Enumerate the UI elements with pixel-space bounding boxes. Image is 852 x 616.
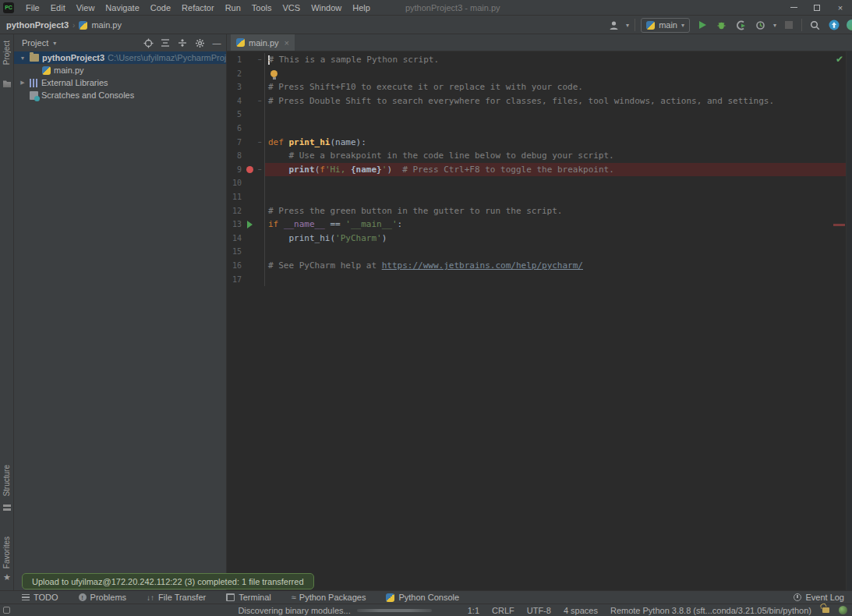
menu-vcs[interactable]: VCS [278,3,306,12]
intention-bulb-icon[interactable] [270,70,278,77]
menu-edit[interactable]: Edit [45,3,71,12]
run-gutter-icon[interactable] [247,221,253,228]
menu-refactor[interactable]: Refactor [176,3,220,12]
structure-stripe-icon[interactable] [3,504,11,512]
favorites-star-icon[interactable]: ★ [3,572,11,582]
tool-window-button-terminal[interactable]: Terminal [226,593,271,602]
status-indent-style[interactable]: 4 spaces [564,606,598,615]
run-with-coverage-button[interactable] [754,18,768,32]
user-icon[interactable] [606,18,620,32]
tree-collapsed-icon[interactable]: ▶ [19,80,27,86]
menu-code[interactable]: Code [145,3,176,12]
menu-view[interactable]: View [71,3,101,12]
code-line-8[interactable]: 8 # Use a breakpoint in the code line be… [227,149,852,163]
menu-file[interactable]: File [20,3,45,12]
menu-navigate[interactable]: Navigate [100,3,144,12]
fold-marker-icon[interactable]: − [256,53,265,67]
status-python-interpreter[interactable]: Remote Python 3.8.8 (sft...conda/3.21.05… [610,606,811,615]
code-line-11[interactable]: 11 [227,190,852,204]
tool-window-button-file-transfer[interactable]: ↓↑File Transfer [147,593,206,602]
code-line-1[interactable]: 1−# This is a sample Python script. [227,53,852,67]
breakpoint-icon[interactable] [246,166,253,173]
tree-row-main-py[interactable]: main.py [14,64,226,76]
code-editor[interactable]: 1−# This is a sample Python script.23# P… [227,51,852,590]
user-dropdown-icon[interactable]: ▾ [626,22,629,29]
tree-expanded-icon[interactable]: ▼ [19,55,27,61]
tool-stripe-project[interactable]: Project [2,41,11,65]
tab-main-py[interactable]: main.py × [231,34,295,51]
code-line-12[interactable]: 12# Press the green button in the gutter… [227,204,852,218]
collapse-all-icon[interactable] [176,37,189,49]
tool-window-button-python-packages[interactable]: ≈Python Packages [292,593,366,602]
tab-close-icon[interactable]: × [285,38,289,48]
line-number: 2 [227,67,244,81]
code-line-7[interactable]: 7−def print_hi(name): [227,136,852,150]
fold-marker-icon[interactable]: − [256,163,265,177]
close-button[interactable]: × [829,0,852,16]
tree-row-scratches[interactable]: Scratches and Consoles [14,89,226,101]
code-token: # See PyCharm help at [268,260,382,271]
menu-tools[interactable]: Tools [246,3,278,12]
project-panel-title[interactable]: Project [22,38,48,48]
run-configuration-select[interactable]: main ▾ [641,18,690,33]
status-line-ending[interactable]: CRLF [492,606,514,615]
coverage-dropdown-icon[interactable]: ▾ [773,22,776,29]
status-file-encoding[interactable]: UTF-8 [527,606,551,615]
profiler-button[interactable] [734,18,748,32]
search-everywhere-button[interactable] [808,18,822,32]
code-line-13[interactable]: 13if __name__ == '__main__': [227,218,852,232]
code-token: print [289,165,315,175]
fold-marker-icon[interactable]: − [256,94,265,108]
code-line-2[interactable]: 2 [227,67,852,81]
minimize-button[interactable] [782,0,805,16]
maximize-button[interactable] [805,0,829,16]
inspection-profile-icon[interactable] [839,606,847,614]
code-line-9[interactable]: 9− print(f'Hi, {name}') # Press Ctrl+F8 … [227,163,852,177]
code-line-14[interactable]: 14 print_hi('PyCharm') [227,232,852,246]
code-line-4[interactable]: 4−# Press Double Shift to search everywh… [227,94,852,108]
code-line-10[interactable]: 10 [227,176,852,190]
tool-window-switcher-icon[interactable] [3,607,10,614]
breadcrumb-file[interactable]: main.py [91,20,122,30]
code-line-15[interactable]: 15 [227,245,852,259]
code-line-6[interactable]: 6 [227,122,852,136]
code-line-16[interactable]: 16# See PyCharm help at https://www.jetb… [227,259,852,273]
code-link[interactable]: https://www.jetbrains.com/help/pycharm/ [382,260,583,271]
background-task[interactable]: Discovering binary modules... [238,606,431,615]
expand-all-icon[interactable] [159,37,171,49]
tool-window-button-problems[interactable]: !Problems [79,593,126,602]
project-view-dropdown-icon[interactable]: ▾ [53,40,56,47]
fold-marker-icon[interactable]: − [256,136,265,150]
breadcrumb-project[interactable]: pythonProject3 [6,20,69,30]
tool-window-button-python-console[interactable]: Python Console [386,593,459,602]
status-caret-position[interactable]: 1:1 [468,606,479,615]
menu-bar: FileEditViewNavigateCodeRefactorRunTools… [20,0,376,16]
locate-file-icon[interactable] [142,37,154,49]
error-stripe[interactable] [846,51,852,590]
tool-stripe-structure[interactable]: Structure [2,465,11,497]
settings-gear-icon[interactable] [193,37,206,49]
code-line-17[interactable]: 17 [227,273,852,287]
upload-notification[interactable]: Upload to ufyilmaz@172.20.242.112:22 (3)… [22,573,314,589]
tool-window-button-todo[interactable]: TODO [22,593,58,602]
event-log-button[interactable]: Event Log [794,593,844,602]
update-project-button[interactable] [827,18,841,32]
menu-window[interactable]: Window [306,3,347,12]
code-line-3[interactable]: 3# Press Shift+F10 to execute it or repl… [227,80,852,94]
project-stripe-icon[interactable] [3,80,11,87]
tree-row-project-root[interactable]: ▼ pythonProject3 C:\Users\ufyilmaz\Pycha… [14,51,226,64]
debug-button[interactable] [715,18,729,32]
tool-stripe-favorites[interactable]: Favorites [2,536,11,568]
menu-run[interactable]: Run [220,3,246,12]
tree-row-external-libraries[interactable]: ▶ External Libraries [14,76,226,89]
code-line-5[interactable]: 5 [227,108,852,122]
line-number: 3 [227,80,244,94]
inspections-ok-icon[interactable]: ✔ [836,54,843,65]
ide-features-icon[interactable] [847,19,852,30]
run-button[interactable] [695,18,709,32]
gutter-icon-slot[interactable] [244,221,256,228]
lock-icon[interactable] [822,607,829,613]
hide-panel-icon[interactable]: — [210,37,223,49]
gutter-icon-slot[interactable] [244,166,256,173]
menu-help[interactable]: Help [347,3,376,12]
